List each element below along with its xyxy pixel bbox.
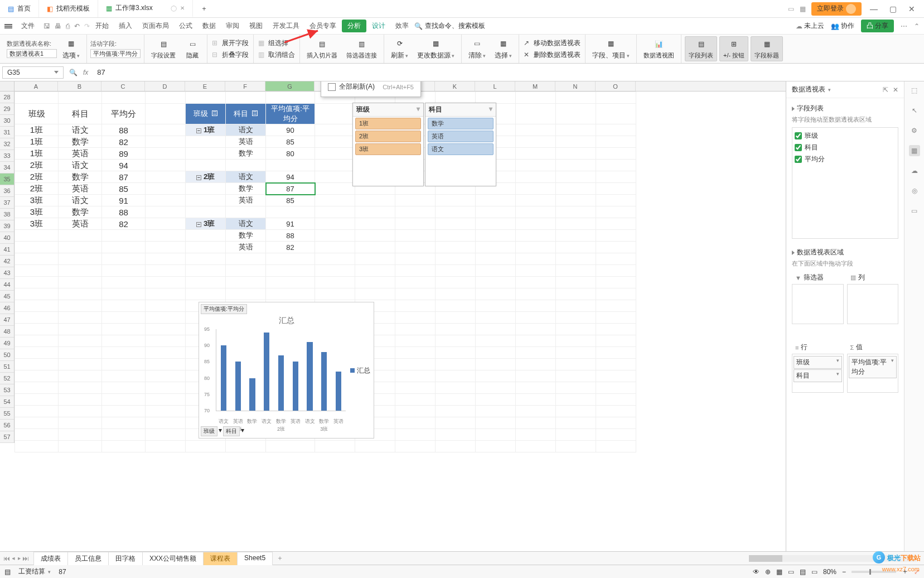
cell[interactable] [395, 370, 436, 382]
cell[interactable] [15, 370, 59, 382]
sb-eye-icon[interactable]: 👁 [753, 568, 759, 576]
cell[interactable] [516, 218, 556, 230]
slicer-subject[interactable]: 科目▾ 数学英语语文 [425, 103, 496, 186]
cell[interactable] [476, 218, 516, 230]
rail-pivot-icon[interactable]: ▦ [909, 145, 920, 156]
row-header[interactable]: 54 [0, 396, 14, 408]
cell[interactable] [355, 195, 395, 206]
rail-cursor-icon[interactable]: ↖ [909, 105, 920, 116]
qa-print-icon[interactable]: 🖶 [55, 22, 61, 30]
cell[interactable]: 科目 [59, 104, 102, 124]
cell[interactable] [596, 324, 636, 335]
chart-field-tag[interactable]: 平均值项:平均分 [201, 304, 247, 314]
cell[interactable] [395, 242, 436, 253]
cell[interactable] [146, 160, 186, 171]
cell[interactable] [556, 136, 596, 148]
cell[interactable] [186, 288, 226, 300]
cell[interactable] [102, 429, 146, 441]
cell[interactable] [596, 359, 636, 370]
cell[interactable] [146, 347, 186, 359]
pin-icon[interactable]: ⇱ [883, 86, 888, 94]
field-headers-toggle[interactable]: ▦字段标题 [751, 36, 783, 61]
cell[interactable] [146, 136, 186, 148]
name-box[interactable]: G35 [2, 66, 64, 79]
cell[interactable]: 语文 [59, 195, 102, 206]
cell[interactable] [596, 300, 636, 312]
sheet-tab[interactable]: XXX公司销售额 [142, 552, 204, 565]
cell[interactable]: 85 [266, 136, 315, 148]
cell[interactable] [395, 394, 436, 406]
cell[interactable] [186, 230, 226, 242]
disclosure-icon[interactable] [792, 107, 795, 111]
cell[interactable] [596, 92, 636, 104]
row-header[interactable]: 43 [0, 267, 14, 279]
cell[interactable] [15, 277, 59, 288]
row-header[interactable]: 31 [0, 127, 14, 138]
cell[interactable] [102, 335, 146, 347]
cell[interactable] [476, 382, 516, 394]
cell[interactable] [395, 300, 436, 312]
cell[interactable] [146, 288, 186, 300]
cell[interactable] [59, 441, 102, 452]
cell[interactable] [226, 288, 266, 300]
columns-drop-area[interactable] [847, 284, 899, 324]
cell[interactable] [596, 183, 636, 195]
col-header[interactable]: A [14, 81, 58, 91]
cell[interactable] [186, 160, 226, 171]
cell[interactable] [355, 288, 395, 300]
qa-undo-icon[interactable]: ↶ [74, 22, 80, 30]
cell[interactable] [436, 195, 476, 206]
cell[interactable] [516, 441, 556, 452]
sheet-tab[interactable]: 成绩表 [33, 552, 68, 565]
cell[interactable] [59, 92, 102, 104]
row-header[interactable]: 55 [0, 408, 14, 420]
cell[interactable] [556, 300, 596, 312]
slicer-item[interactable]: 语文 [428, 143, 494, 155]
zoom-out-button[interactable]: − [842, 568, 846, 576]
cell[interactable] [395, 347, 436, 359]
cell[interactable] [355, 242, 395, 253]
row-header[interactable]: 45 [0, 291, 14, 302]
cell[interactable] [476, 417, 516, 429]
cell[interactable] [59, 300, 102, 312]
fields-items-button[interactable]: ▦字段、项目▾ [589, 36, 633, 61]
cell[interactable] [556, 218, 596, 230]
clear-button[interactable]: ▭清除▾ [465, 36, 489, 61]
col-header[interactable]: D [145, 81, 185, 91]
cell[interactable] [226, 160, 266, 171]
row-header[interactable]: 39 [0, 220, 14, 232]
cell[interactable] [102, 441, 146, 452]
cell[interactable] [226, 265, 266, 277]
cell[interactable] [266, 92, 315, 104]
row-header[interactable]: 44 [0, 279, 14, 291]
cell[interactable] [596, 136, 636, 148]
cell[interactable] [146, 324, 186, 335]
new-tab-button[interactable]: ＋ [193, 0, 215, 17]
cell[interactable] [596, 230, 636, 242]
cell[interactable] [436, 406, 476, 417]
cell[interactable] [516, 312, 556, 324]
cell[interactable] [436, 253, 476, 265]
menu-design[interactable]: 设计 [367, 19, 390, 33]
cell[interactable] [556, 370, 596, 382]
cell[interactable] [315, 183, 355, 195]
cell[interactable] [226, 253, 266, 265]
cell[interactable] [315, 195, 355, 206]
col-header[interactable]: C [101, 81, 145, 91]
row-header[interactable]: 52 [0, 373, 14, 384]
cell[interactable] [146, 441, 186, 452]
slicer-filter-icon[interactable]: ▾ [489, 105, 492, 114]
chart-axis-selects[interactable]: 班级▾ 科目▾ [201, 426, 244, 436]
rail-cloud-icon[interactable]: ☁ [909, 165, 920, 176]
row-header[interactable]: 38 [0, 209, 14, 220]
slicer-item[interactable]: 英语 [428, 131, 494, 142]
cell[interactable] [395, 277, 436, 288]
col-header[interactable]: G [265, 81, 315, 91]
cell[interactable] [315, 124, 355, 136]
cell[interactable] [556, 406, 596, 417]
pivot-chart[interactable]: 平均值项:平均分 汇总 汇总 707580859095语文英语数学语文数学英语语… [199, 302, 374, 439]
cell[interactable] [596, 265, 636, 277]
sheet-nav[interactable]: ⏮ ◀ ▶ ⏭ [3, 555, 33, 562]
cell[interactable] [315, 160, 355, 171]
cell[interactable] [596, 429, 636, 441]
